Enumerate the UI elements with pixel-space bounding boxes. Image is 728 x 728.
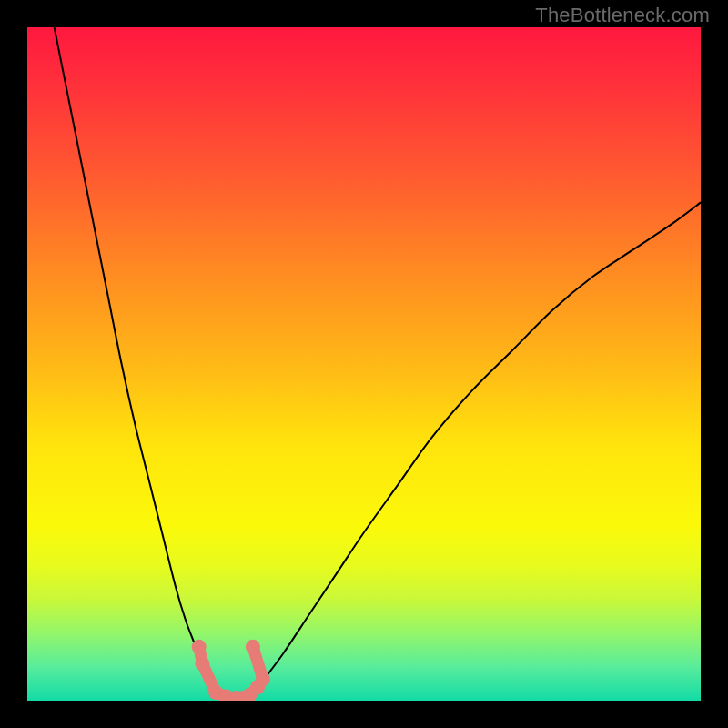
watermark-text: TheBottleneck.com bbox=[535, 4, 710, 27]
plot-area bbox=[27, 27, 701, 701]
bead-point bbox=[246, 640, 260, 654]
left-curve bbox=[55, 27, 223, 697]
curves-svg bbox=[27, 27, 701, 701]
bead-cluster bbox=[192, 640, 270, 701]
right-curve bbox=[249, 202, 701, 697]
chart-frame: TheBottleneck.com bbox=[0, 0, 728, 728]
